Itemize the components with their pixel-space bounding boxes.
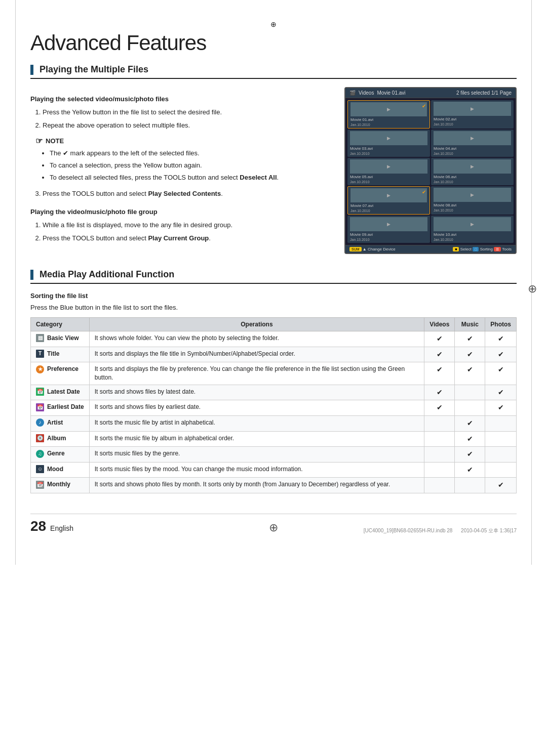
operation-album: It sorts the music file by album in alph…: [89, 431, 424, 447]
step-4: While a file list is displayed, move to …: [43, 220, 334, 231]
tv-thumb-6: ▶: [434, 159, 511, 174]
file-info: [UC4000_19]BN68-02655H-RU.indb 28: [364, 528, 453, 533]
tv-thumb-1: ▶ ✔: [350, 102, 427, 116]
operation-genre: It sorts music files by the genre.: [89, 447, 424, 463]
sort-heading: Sorting the file list: [30, 292, 517, 300]
tv-thumb-10: ▶: [434, 217, 511, 231]
section2-heading-text: Media Play Additional Function: [40, 269, 174, 280]
steps-list-2: Press the TOOLS button and select Play S…: [30, 188, 334, 199]
step-5: Press the TOOLS button and select Play C…: [43, 233, 334, 244]
music-preference: ✔: [455, 362, 485, 385]
tv-file-item-2: ▶ Movie 02.avi Jan.10.2010: [431, 100, 514, 129]
note-item-3: To deselect all selected files, press th…: [50, 172, 334, 183]
videos-earliest-date: ✔: [424, 400, 455, 416]
tv-thumb-8: ▶: [434, 188, 511, 202]
tv-filedate-2: Jan.10.2010: [434, 122, 511, 126]
photos-artist: [485, 415, 517, 431]
photos-basic-view: ✔: [485, 331, 517, 347]
album-icon: 💿: [36, 434, 44, 442]
sub2-heading: Playing the video/music/photo file group: [30, 208, 334, 216]
photos-monthly: ✔: [485, 478, 517, 493]
operation-earliest-date: It sorts and shows files by earliest dat…: [89, 400, 424, 416]
note-item-1: The ✔ mark appears to the left of the se…: [50, 148, 334, 159]
note-list: The ✔ mark appears to the left of the se…: [35, 148, 334, 183]
tv-filedate-7: Jan.10.2010: [350, 209, 427, 213]
tv-filename-7: Movie 07.avi: [350, 203, 427, 208]
table-row: T Title It sorts and displays the file t…: [31, 347, 517, 362]
date-info: 2010-04-05 오후 1:36|17: [461, 528, 517, 533]
sub1-heading: Playing the selected video/music/photo f…: [30, 95, 334, 103]
page-language: English: [50, 524, 73, 532]
sum-btn: SUM: [349, 247, 362, 251]
photos-earliest-date: ✔: [485, 400, 517, 416]
photos-genre: [485, 447, 517, 463]
category-album: 💿 Album: [31, 431, 90, 447]
title-icon: T: [36, 350, 44, 358]
videos-latest-date: ✔: [424, 385, 455, 400]
category-latest-date: 📅 Latest Date: [31, 385, 90, 400]
page-title: Advanced Features: [30, 31, 517, 55]
category-title: T Title: [31, 347, 90, 362]
sorting-btn: □: [473, 247, 479, 251]
tools-label: Tools: [502, 247, 512, 251]
tv-file-item-5: ▶ Movie 05.avi Jan.10.2010: [347, 158, 430, 185]
category-preference: ★ Preference: [31, 362, 90, 385]
tv-filename-5: Movie 05.avi: [350, 175, 427, 179]
table-row: 📅 Earliest Date It sorts and shows files…: [31, 400, 517, 416]
tv-thumb-4: ▶: [434, 131, 511, 145]
table-row: ♪ Artist It sorts the music file by arti…: [31, 415, 517, 431]
section2-heading: Media Play Additional Function: [30, 269, 517, 284]
sort-table: Category Operations Videos Music Photos …: [30, 317, 517, 493]
step-1: Press the Yellow button in the file list…: [43, 107, 334, 118]
photos-album: [485, 431, 517, 447]
header-row: Category Operations Videos Music Photos: [31, 318, 517, 331]
tv-bottombar: SUM ▲ Change Device ■ Select □ Sorting ☰…: [345, 245, 516, 253]
tv-bottom-right: ■ Select □ Sorting ☰ Tools: [453, 247, 512, 251]
tv-filename-3: Movie 03.avi: [350, 146, 427, 151]
table-row: ★ Preference It sorts and displays the f…: [31, 362, 517, 385]
section1-heading: Playing the Multiple Files: [30, 64, 517, 79]
section1-content: Playing the selected video/music/photo f…: [30, 87, 517, 254]
music-genre: ✔: [455, 447, 485, 463]
category-mood: ☺ Mood: [31, 462, 90, 478]
top-compass: ⊕: [30, 20, 517, 28]
section1-text-col: Playing the selected video/music/photo f…: [30, 87, 334, 254]
tv-bottom-left: SUM ▲ Change Device: [349, 247, 396, 251]
operation-title: It sorts and displays the file title in …: [89, 347, 424, 362]
category-artist: ♪ Artist: [31, 415, 90, 431]
step-2: Repeat the above operation to select mul…: [43, 120, 334, 131]
earliest-date-label: Earliest Date: [47, 403, 84, 411]
videos-monthly: [424, 478, 455, 493]
bottom-compass-icon: ⊕: [269, 521, 278, 534]
photos-latest-date: ✔: [485, 385, 517, 400]
videos-basic-view: ✔: [424, 331, 455, 347]
table-row: 📆 Monthly It sorts and shows photo files…: [31, 478, 517, 493]
tv-filename-9: Movie 09.avi: [350, 232, 427, 237]
tv-filename-4: Movie 04.avi: [434, 146, 511, 151]
operation-mood: It sorts music files by the mood. You ca…: [89, 462, 424, 478]
photos-preference: ✔: [485, 362, 517, 385]
tv-thumb-5: ▶: [350, 159, 427, 174]
table-row: ☺ Mood It sorts music files by the mood.…: [31, 462, 517, 478]
tv-file-item-10: ▶ Movie 10.avi Jan.10.2010: [431, 216, 514, 243]
tv-category-icon: 🎬: [349, 90, 356, 96]
operation-artist: It sorts the music file by artist in alp…: [89, 415, 424, 431]
latest-date-label: Latest Date: [47, 388, 80, 396]
pref-label: Preference: [47, 365, 79, 373]
music-earliest-date: [455, 400, 485, 416]
music-album: ✔: [455, 431, 485, 447]
sort-description: Press the Blue button in the file list t…: [30, 304, 517, 311]
steps-list-3: While a file list is displayed, move to …: [30, 220, 334, 244]
tv-screen: 🎬 Videos Movie 01.avi 2 files selected 1…: [344, 87, 517, 254]
basic-view-label: Basic View: [47, 334, 79, 343]
tv-filename-10: Movie 10.avi: [434, 232, 511, 237]
music-basic-view: ✔: [455, 331, 485, 347]
tv-filedate-6: Jan.10.2010: [434, 180, 511, 184]
page-number: 28: [30, 518, 46, 534]
tv-file-item-1: ▶ ✔ Movie 01.avi Jan.10.2010: [347, 100, 430, 129]
category-monthly: 📆 Monthly: [31, 478, 90, 493]
page: ⊕ ⊕ Advanced Features Playing the Multip…: [0, 0, 547, 565]
album-label: Album: [47, 434, 66, 443]
table-row: ▤ Basic View It shows whole folder. You …: [31, 331, 517, 347]
operation-preference: It sorts and displays the file by prefer…: [89, 362, 424, 385]
